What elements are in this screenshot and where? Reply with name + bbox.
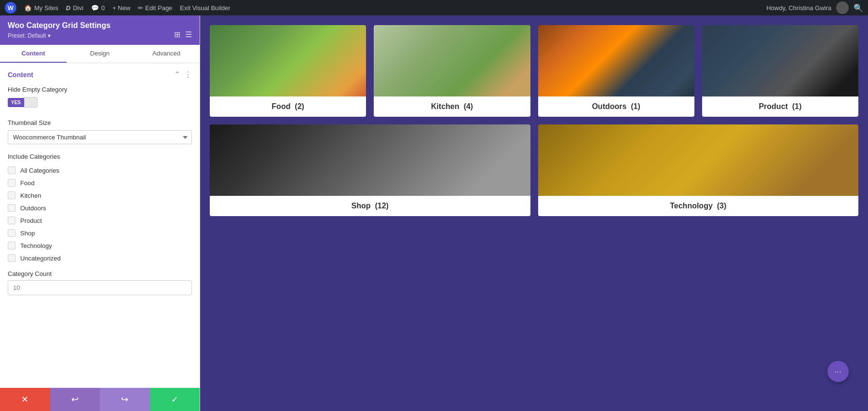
comment-count: 0 bbox=[101, 4, 105, 12]
user-avatar[interactable] bbox=[836, 1, 849, 14]
content-section-title: Content bbox=[8, 71, 33, 79]
divi-icon: D bbox=[66, 4, 70, 12]
undo-button[interactable]: ↩ bbox=[50, 388, 100, 411]
category-item-outdoors[interactable]: Outdoors bbox=[0, 202, 200, 214]
category-checkbox-product[interactable] bbox=[8, 217, 15, 224]
cat-card-label-food: Food (2) bbox=[210, 96, 366, 117]
category-label-kitchen: Kitchen bbox=[20, 192, 41, 199]
admin-bar-right: Howdy, Christina Gwira 🔍 bbox=[766, 1, 863, 14]
category-item-food[interactable]: Food bbox=[0, 177, 200, 189]
edit-page-label: ✏ Edit Page bbox=[138, 4, 172, 12]
user-greeting: Howdy, Christina Gwira bbox=[766, 4, 831, 12]
grid-row-0: Food (2) Kitchen (4) Outdoors (1) Produc… bbox=[210, 25, 858, 117]
panel-grid-icon[interactable]: ⊞ bbox=[174, 30, 180, 39]
cat-card-technology[interactable]: Technology (3) bbox=[538, 124, 859, 216]
redo-icon: ↪ bbox=[121, 394, 128, 405]
hide-empty-toggle[interactable]: YES bbox=[8, 97, 192, 108]
cat-card-label-outdoors: Outdoors (1) bbox=[538, 96, 694, 117]
category-checkbox-outdoors[interactable] bbox=[8, 204, 15, 212]
section-header-icons: ⌃ ⋮ bbox=[174, 70, 192, 79]
panel-menu-icon[interactable]: ☰ bbox=[185, 30, 192, 39]
category-checkbox-all[interactable] bbox=[8, 166, 15, 174]
panel-content: Content ⌃ ⋮ Hide Empty Category YES Thum… bbox=[0, 63, 200, 388]
cat-card-food[interactable]: Food (2) bbox=[210, 25, 366, 117]
category-count-input[interactable] bbox=[8, 280, 192, 295]
my-sites-menu[interactable]: 🏠 My Sites bbox=[24, 4, 58, 12]
include-categories-section: Include Categories All Categories Food K… bbox=[0, 147, 200, 264]
divi-menu[interactable]: D Divi bbox=[66, 4, 83, 12]
category-label-outdoors: Outdoors bbox=[20, 205, 46, 212]
panel-tabs: Content Design Advanced bbox=[0, 45, 200, 63]
action-bar: ✕ ↩ ↪ ✓ bbox=[0, 388, 200, 411]
panel-title: Woo Category Grid Settings bbox=[8, 21, 192, 30]
cancel-button[interactable]: ✕ bbox=[0, 388, 50, 411]
panel-header: Woo Category Grid Settings Preset: Defau… bbox=[0, 15, 200, 45]
thumbnail-size-label: Thumbnail Size bbox=[8, 119, 192, 126]
category-label-shop: Shop bbox=[20, 230, 35, 237]
hide-empty-label: Hide Empty Category bbox=[8, 86, 192, 93]
hide-empty-category-field: Hide Empty Category YES bbox=[0, 83, 200, 110]
cat-card-product[interactable]: Product (1) bbox=[702, 25, 858, 117]
cat-card-label-kitchen: Kitchen (4) bbox=[374, 96, 530, 117]
tab-content[interactable]: Content bbox=[0, 45, 67, 63]
category-item-kitchen[interactable]: Kitchen bbox=[0, 189, 200, 202]
category-item-uncategorized[interactable]: Uncategorized bbox=[0, 252, 200, 264]
toggle-thumb[interactable] bbox=[24, 97, 38, 108]
category-item-shop[interactable]: Shop bbox=[0, 227, 200, 239]
category-checkbox-technology[interactable] bbox=[8, 242, 15, 249]
section-more-icon[interactable]: ⋮ bbox=[184, 70, 192, 79]
my-sites-icon: 🏠 bbox=[24, 4, 32, 12]
divi-label: Divi bbox=[73, 4, 83, 12]
confirm-icon: ✓ bbox=[171, 394, 178, 405]
fab-button[interactable]: ··· bbox=[827, 361, 849, 382]
include-categories-label: Include Categories bbox=[0, 147, 200, 164]
cat-card-label-shop: Shop (12) bbox=[210, 196, 530, 216]
category-count-section: Category Count bbox=[0, 264, 200, 295]
confirm-button[interactable]: ✓ bbox=[150, 388, 200, 411]
edit-page-button[interactable]: ✏ Edit Page bbox=[138, 4, 172, 12]
grid-row-1: Shop (12) Technology (3) bbox=[210, 124, 858, 216]
category-count-label: Category Count bbox=[0, 264, 200, 280]
comments-menu[interactable]: 💬 0 bbox=[91, 4, 105, 12]
cat-card-kitchen[interactable]: Kitchen (4) bbox=[374, 25, 530, 117]
admin-bar: W 🏠 My Sites D Divi 💬 0 + New ✏ Edit Pag… bbox=[0, 0, 868, 15]
new-label: + New bbox=[112, 4, 130, 12]
my-sites-label: My Sites bbox=[34, 4, 58, 12]
collapse-icon[interactable]: ⌃ bbox=[174, 70, 180, 79]
exit-builder-label: Exit Visual Builder bbox=[180, 4, 231, 12]
category-item-product[interactable]: Product bbox=[0, 214, 200, 227]
cat-card-label-product: Product (1) bbox=[702, 96, 858, 117]
category-item-technology[interactable]: Technology bbox=[0, 239, 200, 252]
content-section-header: Content ⌃ ⋮ bbox=[0, 63, 200, 83]
cat-card-shop[interactable]: Shop (12) bbox=[210, 124, 530, 216]
new-menu[interactable]: + New bbox=[112, 4, 130, 12]
fab-icon: ··· bbox=[835, 368, 842, 375]
panel-preset[interactable]: Preset: Default ▾ bbox=[8, 32, 51, 39]
undo-icon: ↩ bbox=[71, 394, 79, 405]
search-icon[interactable]: 🔍 bbox=[854, 3, 863, 13]
category-label-all: All Categories bbox=[20, 167, 59, 174]
thumbnail-size-select[interactable]: Woocommerce Thumbnail Thumbnail Medium L… bbox=[8, 130, 192, 144]
category-checkbox-kitchen[interactable] bbox=[8, 192, 15, 199]
tab-advanced[interactable]: Advanced bbox=[133, 45, 200, 63]
category-checkbox-food[interactable] bbox=[8, 179, 15, 187]
category-label-uncategorized: Uncategorized bbox=[20, 255, 61, 262]
redo-button[interactable]: ↪ bbox=[100, 388, 150, 411]
wp-logo-icon[interactable]: W bbox=[5, 2, 16, 14]
category-grid-area: Food (2) Kitchen (4) Outdoors (1) Produc… bbox=[200, 15, 868, 411]
category-checkbox-shop[interactable] bbox=[8, 229, 15, 237]
category-label-technology: Technology bbox=[20, 242, 52, 249]
category-label-food: Food bbox=[20, 179, 35, 187]
cat-card-outdoors[interactable]: Outdoors (1) bbox=[538, 25, 694, 117]
tab-design[interactable]: Design bbox=[67, 45, 133, 63]
category-item-all[interactable]: All Categories bbox=[0, 164, 200, 177]
cat-card-label-technology: Technology (3) bbox=[538, 196, 859, 216]
thumbnail-size-field: Thumbnail Size Woocommerce Thumbnail Thu… bbox=[0, 116, 200, 147]
category-list: All Categories Food Kitchen Outdoors Pro… bbox=[0, 164, 200, 264]
settings-panel: Woo Category Grid Settings Preset: Defau… bbox=[0, 15, 200, 411]
comment-icon: 💬 bbox=[91, 4, 99, 12]
category-checkbox-uncategorized[interactable] bbox=[8, 254, 15, 262]
cancel-icon: ✕ bbox=[21, 394, 28, 405]
exit-builder-button[interactable]: Exit Visual Builder bbox=[180, 4, 231, 12]
category-label-product: Product bbox=[20, 217, 42, 224]
